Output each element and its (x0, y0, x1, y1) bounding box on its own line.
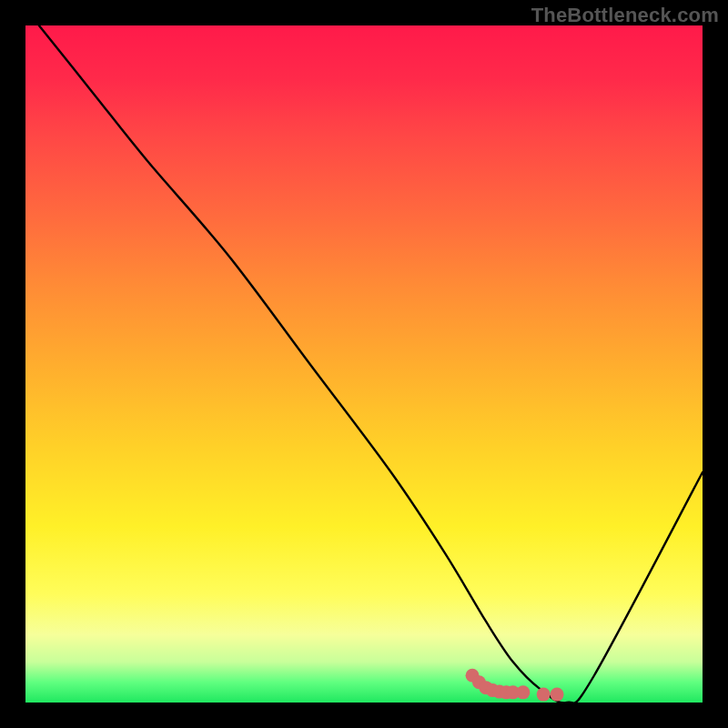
plot-area (25, 25, 703, 703)
gradient-background (25, 25, 703, 703)
chart-frame: TheBottleneck.com (0, 0, 728, 728)
watermark-text: TheBottleneck.com (531, 4, 719, 27)
